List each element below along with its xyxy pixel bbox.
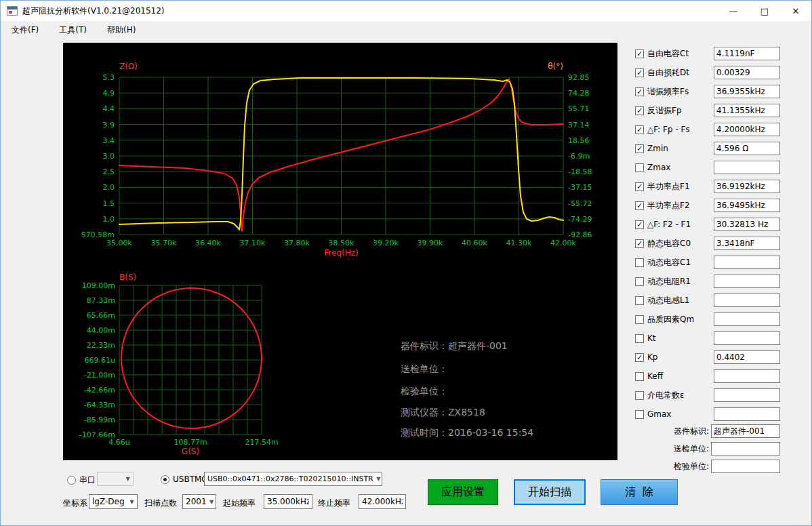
result-value-input[interactable] [714,237,780,250]
close-button[interactable]: ✕ [780,1,811,21]
result-label: 品质因素Qm [647,314,694,325]
g-axis-tick: 217.54m [245,438,278,447]
menubar: 文件(F) 工具(T) 帮助(H) [1,21,811,39]
menu-file[interactable]: 文件(F) [5,22,45,39]
start-freq-input[interactable] [264,494,312,509]
device-field-input[interactable] [711,442,780,456]
info-annotation: 检验单位： [401,386,448,397]
result-row: ✓半功率点F2 [635,196,811,215]
result-checkbox[interactable] [635,410,644,419]
chevron-down-icon[interactable]: ▼ [207,499,216,505]
result-row: ✓静态电容C0 [635,234,811,253]
z-axis-tick: 1.5 [103,199,115,208]
z-axis-tick: 5.3 [103,73,115,82]
result-checkbox[interactable] [635,296,644,305]
result-value-input[interactable] [714,350,780,364]
result-value-input[interactable] [714,407,780,421]
result-checkbox[interactable] [635,163,644,172]
result-value-input[interactable] [714,312,780,326]
serial-port-combo: ▼ [97,472,134,486]
freq-axis-tick: 39.20k [373,239,399,247]
chevron-down-icon[interactable]: ▼ [373,476,382,482]
result-checkbox[interactable]: ✓ [635,353,644,362]
scan-points-combo[interactable]: 2001 ▼ [182,494,216,509]
b-axis-tick: 22.33m [87,341,115,350]
result-value-input[interactable] [714,199,780,212]
titlebar[interactable]: 超声阻抗分析软件(V1.0.21@201512) — □ ✕ [1,1,811,21]
z-axis-tick: 4.9 [103,89,115,98]
result-label: 自由损耗Dt [647,67,689,79]
result-value-input[interactable] [714,331,780,345]
result-value-input[interactable] [714,369,780,383]
menu-help[interactable]: 帮助(H) [100,22,142,39]
result-value-input[interactable] [714,104,780,117]
result-label: 半功率点F1 [647,181,690,193]
z-axis-tick: 3.4 [103,136,115,145]
apply-settings-button[interactable]: 应用设置 [428,479,498,505]
result-checkbox[interactable]: ✓ [635,125,644,134]
z-axis-tick: 3.0 [103,152,115,161]
theta-axis-tick: -18.58 [568,167,592,176]
app-icon [7,6,18,16]
chevron-down-icon: ▼ [123,476,133,482]
usbtmc-radio-group[interactable]: USBTMC [161,474,207,484]
result-value-input[interactable] [714,388,780,402]
device-fields: 器件标识:送检单位:检验单位: [635,422,811,475]
result-value-input[interactable] [714,275,780,288]
result-value-input[interactable] [714,180,780,193]
result-checkbox[interactable] [635,391,644,400]
result-checkbox[interactable] [635,334,644,343]
device-field-label: 器件标识: [635,426,711,437]
freq-axis-tick: 41.30k [506,239,532,247]
serial-radio-group[interactable]: 串口 [67,474,96,486]
g-axis-tick: 108.77m [174,438,207,447]
result-checkbox[interactable]: ✓ [635,49,644,58]
result-checkbox[interactable] [635,315,644,324]
result-checkbox[interactable]: ✓ [635,106,644,115]
result-checkbox[interactable]: ✓ [635,239,644,248]
stop-freq-input[interactable] [359,494,406,509]
usbtmc-address-combo[interactable]: USB0::0x0471::0x2786::T020215010::INSTR … [204,472,382,486]
window-controls: — □ ✕ [718,1,811,21]
result-checkbox[interactable]: ✓ [635,144,644,153]
result-checkbox[interactable] [635,277,644,286]
menu-tools[interactable]: 工具(T) [52,22,94,39]
minimize-button[interactable]: — [718,1,749,21]
result-row: Keff [635,367,811,386]
result-label: Kt [647,333,656,343]
device-field-input[interactable] [711,424,780,438]
result-value-input[interactable] [714,123,780,136]
b-axis-tick: 87.33m [87,296,115,305]
result-value-input[interactable] [714,66,780,79]
result-checkbox[interactable]: ✓ [635,68,644,77]
result-value-input[interactable] [714,256,780,269]
result-label: 介电常数ε [647,390,685,401]
clear-button[interactable]: 清除 [601,479,678,505]
device-field-input[interactable] [711,460,780,473]
result-checkbox[interactable]: ✓ [635,220,644,229]
coord-system-combo[interactable]: lgZ-Deg ▼ [89,494,138,509]
result-checkbox[interactable] [635,258,644,267]
usbtmc-radio[interactable] [161,475,169,484]
chevron-down-icon[interactable]: ▼ [127,499,137,505]
result-value-input[interactable] [714,294,780,307]
z-axis-tick: 4.4 [103,104,115,113]
result-value-input[interactable] [714,161,780,174]
result-value-input[interactable] [714,47,780,60]
result-checkbox[interactable]: ✓ [635,182,644,191]
b-axis-title: B(S) [119,272,136,282]
serial-radio[interactable] [67,476,76,485]
device-field-label: 送检单位: [635,443,711,455]
result-value-input[interactable] [714,85,780,98]
result-value-input[interactable] [714,218,780,231]
g-axis-tick: 4.66u [108,438,129,447]
stop-freq-label: 终止频率 [318,498,350,509]
result-checkbox[interactable]: ✓ [635,87,644,96]
result-checkbox[interactable] [635,372,644,381]
result-value-input[interactable] [714,142,780,155]
start-scan-button[interactable]: 开始扫描 [514,479,586,505]
result-checkbox[interactable]: ✓ [635,201,644,210]
result-row: ✓Kp [635,348,811,367]
impedance-chart: 5.34.94.43.93.43.02.52.01.51.0570.58m92.… [81,62,592,258]
maximize-button[interactable]: □ [749,1,780,21]
